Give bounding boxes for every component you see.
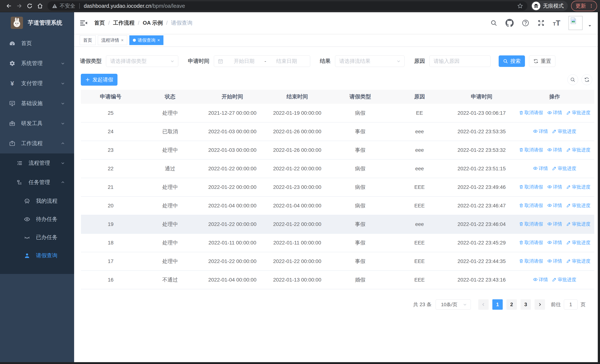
cell-id: 24	[81, 122, 140, 141]
progress-link[interactable]: 审批进度	[566, 184, 591, 190]
reload-icon[interactable]	[24, 1, 35, 11]
breadcrumb-item[interactable]: 工作流程	[113, 19, 134, 27]
cell-status: 处理中	[140, 141, 200, 159]
detail-link[interactable]: 详情	[547, 184, 562, 190]
detail-link[interactable]: 详情	[533, 165, 548, 171]
page-size-select[interactable]: 10条/页	[436, 299, 471, 310]
sidebar-item-label: 支付管理	[21, 80, 43, 87]
fullscreen-icon[interactable]	[537, 19, 545, 27]
refresh-table-button[interactable]	[581, 74, 592, 85]
url-separator	[79, 3, 80, 9]
detail-link[interactable]: 详情	[547, 221, 562, 227]
font-size-icon[interactable]: TT	[553, 19, 560, 27]
cancel-link[interactable]: 取消请假	[519, 202, 543, 208]
chevron-left-icon	[481, 302, 486, 307]
progress-link[interactable]: 审批进度	[566, 239, 591, 246]
progress-link[interactable]: 审批进度	[566, 221, 591, 227]
sidebar-item[interactable]: 请假查询	[0, 246, 74, 265]
sidebar-item[interactable]: 基础设施	[0, 93, 74, 113]
breadcrumb-item[interactable]: OA 示例	[143, 19, 163, 27]
user-avatar[interactable]	[569, 16, 582, 30]
cancel-link[interactable]: 取消请假	[519, 258, 543, 264]
cell-apply-time: 2022-01-22 23:51:15	[448, 159, 515, 178]
breadcrumb-item[interactable]: 首页	[94, 19, 105, 27]
apply-time-range-picker[interactable]: 开始日期 - 结束日期	[214, 56, 310, 67]
sidebar-item[interactable]: 流程管理	[0, 153, 74, 173]
result-select[interactable]: 请选择流结果	[335, 56, 404, 67]
progress-link[interactable]: 审批进度	[566, 202, 591, 208]
page-button[interactable]: 2	[506, 299, 517, 310]
leave-type-select[interactable]: 请选择请假类型	[106, 56, 178, 67]
cell-start-time: 2022-01-22 00:00:00	[200, 178, 265, 196]
back-icon[interactable]	[4, 1, 14, 11]
toggle-search-button[interactable]	[567, 74, 578, 85]
cancel-link[interactable]: 取消请假	[519, 184, 543, 190]
sidebar-item[interactable]: 待办任务	[0, 210, 74, 228]
sidebar-toggle-icon[interactable]	[80, 19, 88, 27]
cell-actions: 取消请假详情审批进度	[515, 141, 594, 159]
detail-link[interactable]: 详情	[533, 128, 548, 134]
browser-update-button[interactable]: 更新	[571, 1, 597, 11]
detail-link[interactable]: 详情	[547, 239, 562, 246]
cancel-link[interactable]: 取消请假	[519, 147, 543, 153]
cell-start-time: 2022-01-22 00:00:00	[200, 159, 265, 178]
cancel-link[interactable]: 取消请假	[519, 239, 543, 246]
detail-link[interactable]: 详情	[533, 277, 548, 283]
close-icon[interactable]: ×	[157, 38, 160, 42]
page-button[interactable]: 3	[521, 299, 531, 310]
sidebar-item[interactable]: 任务管理	[0, 173, 74, 192]
sidebar-item[interactable]: 我的流程	[0, 192, 74, 210]
sidebar-item[interactable]: ¥支付管理	[0, 73, 74, 93]
chevron-down-icon	[396, 59, 401, 64]
breadcrumb-separator: /	[166, 20, 168, 26]
chevron-down-icon[interactable]	[587, 23, 592, 28]
tab-item[interactable]: 流程详情×	[98, 35, 127, 45]
home-icon[interactable]	[35, 1, 45, 11]
close-icon[interactable]: ×	[121, 38, 124, 42]
progress-link[interactable]: 审批进度	[552, 277, 576, 283]
sidebar-item[interactable]: 首页	[0, 33, 74, 53]
logo-avatar	[11, 17, 23, 29]
prev-page-button[interactable]	[478, 299, 489, 310]
reason-input[interactable]	[430, 56, 490, 67]
sidebar-item[interactable]: 工作流程	[0, 133, 74, 153]
goto-page-input[interactable]: 1	[564, 299, 578, 310]
cell-end-time: 2022-01-13 00:00:00	[265, 271, 330, 289]
detail-link[interactable]: 详情	[547, 258, 562, 264]
tab-active[interactable]: 请假查询×	[129, 35, 163, 45]
progress-link[interactable]: 审批进度	[566, 147, 591, 153]
cell-id: 23	[81, 141, 140, 159]
help-icon[interactable]	[522, 19, 529, 27]
cell-status: 处理中	[140, 215, 200, 233]
page-scrollbar-horizontal[interactable]	[0, 362, 600, 364]
search-icon[interactable]	[490, 19, 497, 27]
progress-link[interactable]: 审批进度	[552, 128, 576, 134]
detail-link[interactable]: 详情	[547, 202, 562, 208]
progress-link[interactable]: 审批进度	[566, 110, 591, 116]
cancel-link[interactable]: 取消请假	[519, 221, 543, 227]
sidebar-item[interactable]: 系统管理	[0, 53, 74, 73]
url-bar[interactable]: 不安全 dashboard.yudao.iocoder.cn/bpm/oa/le…	[47, 1, 527, 10]
bookmark-star-icon[interactable]	[517, 3, 523, 9]
github-icon[interactable]	[506, 19, 514, 27]
detail-link[interactable]: 详情	[547, 147, 562, 153]
forward-icon[interactable]	[14, 1, 24, 11]
reason-input-wrap	[429, 56, 490, 67]
page-scrollbar-vertical[interactable]	[598, 12, 600, 364]
create-leave-button[interactable]: 发起请假	[81, 74, 117, 86]
cancel-link[interactable]: 取消请假	[519, 110, 543, 116]
reset-button[interactable]: 重置	[529, 56, 555, 67]
sidebar-item[interactable]: 研发工具	[0, 113, 74, 133]
browser-menu-icon[interactable]	[589, 3, 594, 8]
app-logo[interactable]: 芋道管理系统	[0, 12, 74, 33]
page-button[interactable]: 1	[492, 299, 503, 310]
detail-link[interactable]: 详情	[547, 110, 562, 116]
sidebar-item[interactable]: 已办任务	[0, 228, 74, 246]
tab-item[interactable]: 首页	[80, 35, 96, 45]
progress-link[interactable]: 审批进度	[566, 258, 591, 264]
progress-link[interactable]: 审批进度	[552, 165, 576, 171]
chevron-down-icon	[60, 101, 65, 106]
next-page-button[interactable]	[534, 299, 545, 310]
search-button[interactable]: 搜索	[499, 56, 525, 67]
cell-leave-type: 病假	[330, 159, 391, 178]
